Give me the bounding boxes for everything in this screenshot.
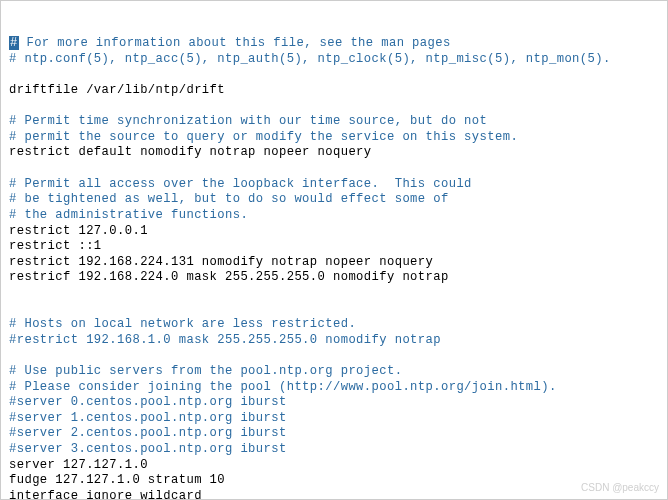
config-line: #server 2.centos.pool.ntp.org iburst [9, 426, 659, 442]
config-line: # permit the source to query or modify t… [9, 130, 659, 146]
config-line: fudge 127.127.1.0 stratum 10 [9, 473, 659, 489]
config-line: server 127.127.1.0 [9, 458, 659, 474]
config-line: # Permit all access over the loopback in… [9, 177, 659, 193]
config-line [9, 99, 659, 115]
config-line: # For more information about this file, … [9, 36, 659, 52]
config-line [9, 161, 659, 177]
watermark-text: CSDN @peakccy [581, 482, 659, 495]
config-line [9, 67, 659, 83]
config-line: restrict ::1 [9, 239, 659, 255]
config-line: #restrict 192.168.1.0 mask 255.255.255.0… [9, 333, 659, 349]
config-line: # Hosts on local network are less restri… [9, 317, 659, 333]
config-line: #server 0.centos.pool.ntp.org iburst [9, 395, 659, 411]
config-line: restrict 192.168.224.131 nomodify notrap… [9, 255, 659, 271]
config-file-view: # For more information about this file, … [0, 0, 668, 500]
config-line: # be tightened as well, but to do so wou… [9, 192, 659, 208]
config-line: restrict default nomodify notrap nopeer … [9, 145, 659, 161]
config-line: # Permit time synchronization with our t… [9, 114, 659, 130]
config-line: driftfile /var/lib/ntp/drift [9, 83, 659, 99]
config-line [9, 348, 659, 364]
config-line: #server 1.centos.pool.ntp.org iburst [9, 411, 659, 427]
config-line: restricf 192.168.224.0 mask 255.255.255.… [9, 270, 659, 286]
config-line: interface ignore wildcard [9, 489, 659, 500]
config-line [9, 286, 659, 302]
config-line: # Please consider joining the pool (http… [9, 380, 659, 396]
config-line: # ntp.conf(5), ntp_acc(5), ntp_auth(5), … [9, 52, 659, 68]
config-line [9, 302, 659, 318]
config-line: restrict 127.0.0.1 [9, 224, 659, 240]
config-line: # the administrative functions. [9, 208, 659, 224]
cursor-highlight: # [9, 36, 19, 50]
config-line: # Use public servers from the pool.ntp.o… [9, 364, 659, 380]
config-lines: # For more information about this file, … [9, 36, 659, 500]
config-line: #server 3.centos.pool.ntp.org iburst [9, 442, 659, 458]
